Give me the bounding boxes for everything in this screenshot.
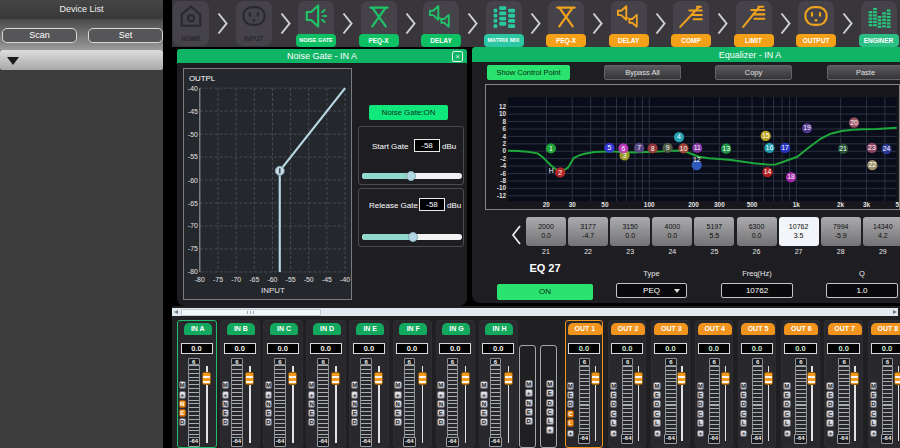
- svg-text:-4: -4: [500, 162, 506, 169]
- svg-text:-6: -6: [500, 170, 506, 177]
- svg-text:-45: -45: [322, 276, 332, 283]
- svg-text:17: 17: [781, 144, 789, 151]
- svg-text:23: 23: [868, 144, 876, 151]
- svg-text:20: 20: [850, 119, 858, 126]
- svg-text:11: 11: [694, 144, 701, 151]
- svg-text:0: 0: [502, 147, 506, 154]
- svg-text:500: 500: [747, 201, 758, 208]
- svg-text:-12: -12: [497, 192, 507, 199]
- svg-text:8: 8: [502, 118, 506, 125]
- svg-text:15: 15: [762, 132, 770, 139]
- svg-text:1: 1: [549, 145, 553, 152]
- svg-text:100: 100: [644, 201, 655, 208]
- svg-text:2: 2: [502, 140, 506, 147]
- svg-text:-75: -75: [213, 276, 223, 283]
- svg-text:2: 2: [558, 169, 562, 176]
- svg-text:-80: -80: [188, 268, 198, 275]
- svg-text:-80: -80: [195, 276, 205, 283]
- svg-text:30: 30: [569, 201, 577, 208]
- svg-text:7: 7: [637, 144, 641, 151]
- svg-text:-2: -2: [500, 155, 506, 162]
- svg-text:19: 19: [803, 124, 811, 131]
- svg-text:13: 13: [722, 145, 730, 152]
- svg-text:300: 300: [714, 201, 725, 208]
- svg-text:INPUT: INPUT: [261, 286, 285, 295]
- svg-text:-70: -70: [188, 222, 198, 229]
- svg-text:-55: -55: [286, 276, 296, 283]
- svg-text:22: 22: [868, 161, 876, 168]
- svg-text:21: 21: [839, 145, 847, 152]
- svg-text:10: 10: [499, 110, 507, 117]
- svg-text:2k: 2k: [837, 201, 845, 208]
- svg-text:20: 20: [543, 201, 551, 208]
- svg-text:24: 24: [883, 145, 891, 152]
- svg-text:OUTPL: OUTPL: [189, 74, 216, 83]
- svg-text:-50: -50: [304, 276, 314, 283]
- svg-text:50: 50: [601, 201, 609, 208]
- svg-text:3k: 3k: [863, 201, 871, 208]
- svg-text:14: 14: [764, 168, 772, 175]
- svg-text:4: 4: [502, 133, 506, 140]
- svg-text:-65: -65: [188, 200, 198, 207]
- svg-text:-10: -10: [497, 184, 507, 191]
- svg-text:10: 10: [680, 145, 688, 152]
- svg-text:8: 8: [651, 145, 655, 152]
- svg-text:-55: -55: [188, 153, 198, 160]
- svg-text:1k: 1k: [793, 201, 801, 208]
- svg-text:12: 12: [499, 103, 507, 110]
- svg-text:200: 200: [688, 201, 699, 208]
- svg-text:-40: -40: [188, 85, 198, 92]
- svg-text:5: 5: [608, 144, 612, 151]
- svg-text:-75: -75: [188, 245, 198, 252]
- svg-text:-50: -50: [188, 131, 198, 138]
- svg-text:-60: -60: [267, 276, 277, 283]
- svg-text:-45: -45: [188, 108, 198, 115]
- svg-text:12: 12: [693, 156, 701, 163]
- svg-text:6: 6: [502, 125, 506, 132]
- svg-text:H: H: [549, 167, 554, 174]
- svg-text:4: 4: [677, 133, 681, 140]
- svg-text:-40: -40: [340, 276, 350, 283]
- svg-text:5k: 5k: [896, 201, 900, 208]
- svg-text:-70: -70: [231, 276, 241, 283]
- svg-text:9: 9: [666, 144, 670, 151]
- svg-text:-8: -8: [500, 177, 506, 184]
- svg-text:-65: -65: [249, 276, 259, 283]
- svg-text:18: 18: [787, 173, 795, 180]
- svg-text:6: 6: [621, 145, 625, 152]
- svg-text:-60: -60: [188, 177, 198, 184]
- svg-text:16: 16: [766, 144, 774, 151]
